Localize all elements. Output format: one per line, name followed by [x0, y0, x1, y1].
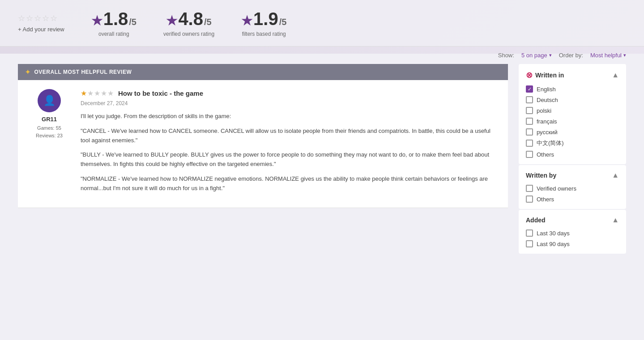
rating-bar: ☆ ☆ ☆ ☆ ☆ + Add your review ★ 1.8 /5 ove… — [0, 0, 644, 47]
label-english: English — [537, 86, 556, 93]
reviews-section: ✦ OVERALL MOST HELPFUL REVIEW 👤 GR11 Gam… — [18, 64, 508, 255]
checkbox-english[interactable] — [526, 85, 533, 93]
written-by-collapse-icon[interactable]: ▲ — [612, 171, 619, 179]
review-title-row: ★ ★ ★ ★ ★ How to be toxic - the game — [81, 89, 499, 98]
label-30days: Last 30 days — [537, 230, 570, 237]
checkbox-30days[interactable] — [526, 230, 533, 237]
checkbox-90days[interactable] — [526, 240, 533, 247]
checkbox-chinese[interactable] — [526, 140, 533, 147]
filter-option-polski[interactable]: polski — [526, 107, 619, 114]
review-body: I'll let you judge. From the description… — [81, 112, 499, 193]
filters-score: 1.9 — [253, 9, 278, 29]
section-header-text: OVERALL MOST HELPFUL REVIEW — [34, 69, 132, 75]
verified-denom: /5 — [204, 17, 212, 27]
star-1[interactable]: ☆ — [18, 13, 25, 23]
checkbox-russian[interactable] — [526, 128, 533, 136]
games-count: Games: 55 — [36, 124, 63, 132]
label-russian: русский — [537, 129, 558, 136]
review-date: December 27, 2024 — [81, 100, 499, 106]
avatar-icon: 👤 — [43, 95, 55, 106]
filter-option-others-by[interactable]: Others — [526, 196, 619, 203]
verified-score: 4.8 — [178, 9, 203, 29]
overall-rating-value: ★ 1.8 /5 — [91, 9, 136, 29]
checkbox-deutsch[interactable] — [526, 96, 533, 103]
main-layout: ✦ OVERALL MOST HELPFUL REVIEW 👤 GR11 Gam… — [0, 64, 644, 255]
filter-option-verified[interactable]: Verified owners — [526, 185, 619, 192]
label-others-by: Others — [537, 196, 554, 203]
written-in-collapse-icon[interactable]: ▲ — [612, 71, 619, 79]
verified-label: verified owners rating — [163, 31, 214, 37]
reviews-count: Reviews: 23 — [36, 132, 63, 140]
section-star-icon: ✦ — [25, 68, 31, 76]
checkbox-others-lang[interactable] — [526, 151, 533, 158]
review-title: How to be toxic - the game — [118, 89, 203, 97]
verified-rating-block: ★ 4.8 /5 verified owners rating — [163, 9, 214, 37]
review-stars: ★ ★ ★ ★ ★ — [81, 89, 114, 98]
filter-option-others-lang[interactable]: Others — [526, 151, 619, 158]
filters-rating-block: ★ 1.9 /5 filters based rating — [241, 9, 286, 37]
filter-option-chinese[interactable]: 中文(简体) — [526, 139, 619, 147]
filter-option-90days[interactable]: Last 90 days — [526, 240, 619, 247]
added-header: Added ▲ — [526, 216, 619, 224]
written-in-clear-icon[interactable]: ⊗ — [526, 70, 533, 80]
controls-bar: Show: 5 on page Order by: Most helpful — [0, 47, 644, 64]
add-review-link[interactable]: + Add your review — [18, 26, 64, 33]
review-star-4: ★ — [101, 89, 107, 98]
filter-option-english[interactable]: English — [526, 85, 619, 93]
written-in-title: ⊗ Written in — [526, 70, 564, 80]
added-title: Added — [526, 217, 546, 224]
filter-option-francais[interactable]: français — [526, 118, 619, 125]
star-3[interactable]: ☆ — [34, 13, 41, 23]
verified-rating-value: ★ 4.8 /5 — [166, 9, 211, 29]
label-90days: Last 90 days — [537, 241, 570, 247]
written-by-header: Written by ▲ — [526, 171, 619, 179]
review-star-2: ★ — [87, 89, 94, 98]
page-wrapper: ☆ ☆ ☆ ☆ ☆ + Add your review ★ 1.8 /5 ove… — [0, 0, 644, 340]
reviewer-name: GR11 — [42, 116, 57, 123]
review-content: ★ ★ ★ ★ ★ How to be toxic - the game Dec… — [81, 89, 499, 199]
review-para-2: "CANCEL - We've learned how to CANCEL so… — [81, 127, 499, 145]
star-2[interactable]: ☆ — [26, 13, 33, 23]
order-dropdown[interactable]: Most helpful — [590, 52, 626, 59]
added-filter: Added ▲ Last 30 days Last 90 days — [519, 210, 626, 254]
review-star-3: ★ — [94, 89, 100, 98]
written-in-filter: ⊗ Written in ▲ English Deutsch — [519, 64, 626, 164]
review-star-5: ★ — [107, 89, 114, 98]
overall-denom: /5 — [129, 17, 136, 27]
overall-star-icon: ★ — [91, 13, 102, 28]
overall-rating-block: ★ 1.8 /5 overall rating — [91, 9, 136, 37]
label-chinese: 中文(简体) — [537, 139, 564, 147]
checkbox-verified[interactable] — [526, 185, 533, 192]
filter-option-30days[interactable]: Last 30 days — [526, 230, 619, 237]
label-verified: Verified owners — [537, 185, 576, 192]
filter-option-russian[interactable]: русский — [526, 128, 619, 136]
filters-label: filters based rating — [242, 31, 286, 37]
label-others-lang: Others — [537, 151, 554, 158]
empty-stars: ☆ ☆ ☆ ☆ ☆ — [18, 13, 57, 23]
star-4[interactable]: ☆ — [42, 13, 49, 23]
added-collapse-icon[interactable]: ▲ — [612, 216, 619, 224]
section-header: ✦ OVERALL MOST HELPFUL REVIEW — [18, 64, 508, 80]
review-para-1: I'll let you judge. From the description… — [81, 112, 499, 121]
star-5[interactable]: ☆ — [50, 13, 57, 23]
label-polski: polski — [537, 107, 551, 114]
written-by-filter: Written by ▲ Verified owners Others — [519, 165, 626, 209]
checkbox-polski[interactable] — [526, 107, 533, 114]
show-label: Show: — [498, 52, 514, 59]
checkbox-others-by[interactable] — [526, 196, 533, 203]
show-dropdown[interactable]: 5 on page — [521, 52, 552, 59]
review-card: 👤 GR11 Games: 55 Reviews: 23 ★ ★ ★ — [18, 80, 508, 208]
written-in-header: ⊗ Written in ▲ — [526, 70, 619, 80]
checkbox-francais[interactable] — [526, 118, 533, 125]
filter-option-deutsch[interactable]: Deutsch — [526, 96, 619, 103]
overall-score: 1.8 — [103, 9, 128, 29]
review-star-1: ★ — [81, 89, 87, 98]
sidebar-filters: ⊗ Written in ▲ English Deutsch — [519, 64, 626, 255]
label-francais: français — [537, 118, 557, 125]
reviewer-stats: Games: 55 Reviews: 23 — [36, 124, 63, 139]
filters-denom: /5 — [279, 17, 287, 27]
review-para-4: "NORMALIZE - We've learned how to NORMAL… — [81, 174, 499, 193]
reviewer-info: 👤 GR11 Games: 55 Reviews: 23 — [27, 89, 72, 199]
order-label: Order by: — [559, 52, 583, 59]
add-review-section: ☆ ☆ ☆ ☆ ☆ + Add your review — [18, 13, 64, 33]
